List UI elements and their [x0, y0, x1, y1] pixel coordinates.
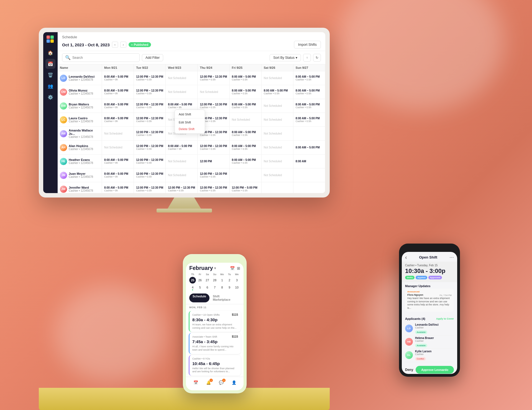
cal-day-27[interactable]: 27	[204, 277, 211, 284]
shift-cell[interactable]: 12:00 PM – 12:30 PMCashier • 0.5h	[134, 127, 166, 140]
cal-day-25[interactable]: 25	[189, 277, 196, 284]
shift-cell[interactable]: 12:00 PM – 12:30 PMCashier • 0.5h	[134, 85, 166, 99]
shift-cell[interactable]: 8:00 AM – 5:00 PMCashier • 9h	[102, 168, 134, 182]
shift-cell[interactable]: 8:00 AM – 5:00 PMCashier • 0.5h	[293, 113, 325, 126]
refresh-icon-button[interactable]: ↻	[313, 54, 321, 62]
next-button[interactable]: ›	[120, 42, 126, 48]
nav-icon-bell[interactable]: 🔔 2	[205, 379, 212, 386]
shift-cell[interactable]: 8:00 AM – 5:00 PMCashier • 9h	[102, 85, 134, 99]
shift-cell[interactable]: 8:00 AM – 5:00 PMCashier • 0.5h	[230, 85, 262, 99]
shift-cell[interactable]: 12:00 PM	[198, 155, 229, 168]
upload-icon-button[interactable]: ↑	[303, 54, 311, 62]
shift-cell[interactable]: Not Scheduled	[262, 141, 293, 154]
shift-cell[interactable]: 8:00 AM – 5:00 PMCashier • 0.5h	[230, 99, 262, 113]
shift-cell[interactable]	[293, 182, 325, 193]
calendar-icon[interactable]: 📅	[230, 266, 235, 270]
shift-cell[interactable]: 12:00 PM – 12:30 PMCashier • 0.5h	[198, 141, 229, 154]
shift-cell[interactable]: Not Scheduled	[262, 168, 293, 182]
sidebar-item-team[interactable]: 👥	[45, 81, 55, 91]
nav-icon-profile[interactable]: 👤	[231, 379, 237, 386]
shift-cell[interactable]: 8:00 AM – 5:00 PMCashier • 0.5h	[230, 141, 262, 154]
cal-day-28[interactable]: 28	[211, 277, 218, 284]
shift-cell[interactable]: Not Scheduled	[166, 71, 198, 85]
cal-day-1[interactable]: 1	[219, 277, 226, 284]
shift-cell[interactable]: 8:00 AM – 5:00 PMCashier • 9h	[102, 99, 134, 113]
context-menu-delete-shift[interactable]: Delete Shift	[175, 126, 205, 132]
cal-day-26[interactable]: 26	[197, 277, 203, 284]
tab-shift-marketplace[interactable]: Shift Marketplace	[209, 293, 240, 302]
shift-cell[interactable]: 12:00 PM – 12:30 PMCashier • 0.5h	[134, 182, 166, 193]
shift-cell[interactable]: Not Scheduled	[262, 127, 293, 140]
shift-cell[interactable]	[262, 182, 293, 193]
cal-day-8[interactable]: 8	[219, 284, 226, 291]
nav-icon-chat[interactable]: 💬 3	[218, 379, 224, 386]
sort-button[interactable]: Sort By Status ▾	[270, 54, 301, 61]
back-icon[interactable]: ‹	[405, 254, 407, 260]
cal-day-5[interactable]: 5	[197, 284, 203, 291]
shift-cell[interactable]: 8:00 AM – 5:00 PMCashier • 0.5h	[293, 99, 325, 113]
shift-cell[interactable]: 12:00 PM – 12:30 PMCashier • 0.5h	[134, 155, 166, 168]
cal-day-9[interactable]: 9	[226, 284, 233, 291]
shift-cell[interactable]: 12:00 PM – 5:00 PMCashier • 0.5h	[230, 182, 262, 193]
shift-cell[interactable]: 12:00 PM – 12:30 PMCashier • 0.5h	[198, 168, 229, 182]
shift-cell[interactable]: 12:00 PM – 12:30 PMCashier • 0.5h	[134, 71, 166, 85]
approve-button[interactable]: Approve Leonardo	[416, 366, 454, 374]
sidebar-item-calendar[interactable]: 📅	[45, 59, 55, 69]
shift-cell[interactable]: Not Scheduled	[102, 141, 134, 154]
shift-cell[interactable]: 8:00 AM – 5:00 PMCashier • 0.5h	[262, 85, 293, 99]
grid-icon[interactable]: ⊞	[237, 266, 240, 270]
shift-cell[interactable]: 8:00 AM – 5:00 PMCashier • 0.5h	[230, 155, 262, 168]
apply-cover-button[interactable]: Apply to Cover	[436, 317, 454, 320]
shift-cell[interactable]: 8:00 AM – 5:00 PM	[293, 141, 325, 154]
cal-day-7[interactable]: 7	[211, 284, 218, 291]
shift-cell[interactable]: 8:00 AM	[293, 155, 325, 168]
shift-cell[interactable]: Not Scheduled	[230, 113, 262, 126]
shift-cell[interactable]: 8:00 AM – 5:00 PMCashier • 9h	[102, 71, 134, 85]
shift-cell[interactable]: 12:00 PM – 12:30 PMCashier • 0.5h	[134, 113, 166, 126]
shift-cell[interactable]: 8:00 AM – 5:00 PMCashier • 0.5h	[230, 71, 262, 85]
sidebar-item-settings[interactable]: ⚙️	[45, 92, 55, 102]
shift-cell[interactable]: 8:00 AM – 5:00 PMCashier • 9h	[102, 155, 134, 168]
import-shifts-button[interactable]: Import Shifts	[294, 41, 321, 49]
shift-cell[interactable]: Not Scheduled	[102, 127, 134, 140]
shift-cell[interactable]: 8:00 AM – 5:00 PMCashier • 9h	[102, 113, 134, 126]
prev-button[interactable]: ‹	[112, 42, 118, 48]
menu-icon[interactable]: ⋯	[449, 255, 454, 260]
shift-cell[interactable]: 12:00 PM – 12:30 PMCashier • 0.5h	[134, 141, 166, 154]
search-input[interactable]	[72, 56, 137, 60]
shift-cell[interactable]: Not Scheduled	[166, 155, 198, 168]
shift-cell[interactable]: 8:00 AM – 5:00 PMCashier • 0.5h	[230, 127, 262, 140]
cal-day-2[interactable]: 2	[226, 277, 233, 284]
shift-cell[interactable]: Not Scheduled	[262, 155, 293, 168]
shift-cell[interactable]: 8:00 AM – 5:00 PMCashier • 0.5h	[293, 85, 325, 99]
shift-cell[interactable]	[293, 168, 325, 182]
shift-cell[interactable]: Not Scheduled	[262, 71, 293, 85]
shift-cell[interactable]	[293, 127, 325, 140]
sidebar-item-trash[interactable]: 🗑️	[45, 70, 55, 80]
shift-cell[interactable]: Not Scheduled	[262, 113, 293, 126]
shift-cell[interactable]: Not Scheduled	[166, 168, 198, 182]
shift-cell[interactable]: 8:00 AM – 5:00 PMCashier • 0.5h	[293, 71, 325, 85]
context-menu-add-shift[interactable]: Add Shift	[175, 111, 205, 118]
shift-cell[interactable]: 12:00 PM – 12:30 PMCashier • 0.5h	[134, 168, 166, 182]
nav-icon-calendar[interactable]: 📅	[192, 379, 199, 386]
shift-cell[interactable]: 12:00 PM – 12:30 PMCashier • 0.5h	[134, 99, 166, 113]
shift-cell[interactable]	[230, 168, 262, 182]
add-filter-button[interactable]: Add Filter	[142, 54, 163, 61]
tab-schedule[interactable]: Schedule	[189, 293, 209, 302]
shift-cell[interactable]: 8:00 AM – 5:00 PMCashier • 9h	[102, 182, 134, 193]
sidebar-item-home[interactable]: 🏠	[45, 48, 55, 58]
cal-day-3[interactable]: 3	[234, 277, 240, 284]
cal-day-4[interactable]: 4	[189, 284, 196, 291]
shift-cell[interactable]: 12:00 PM – 12:30 PMCashier • 0.5h	[166, 182, 198, 193]
cal-day-10[interactable]: 10	[234, 284, 240, 291]
shift-cell[interactable]: 12:00 PM – 12:30 PMCashier • 0.5h	[198, 182, 229, 193]
cal-day-6[interactable]: 6	[204, 284, 211, 291]
shift-cell[interactable]: Not Scheduled	[198, 85, 229, 99]
shift-cell[interactable]: 8:00 AM – 5:00 PMCashier • 9h	[166, 141, 198, 154]
shift-cell[interactable]: Not Scheduled	[166, 85, 198, 99]
context-menu-edit-shift[interactable]: Edit Shift	[175, 119, 205, 126]
shift-cell[interactable]: 12:00 PM – 12:30 PMCashier • 0.5h	[198, 71, 229, 85]
deny-button[interactable]: Deny	[405, 368, 413, 372]
shift-cell[interactable]: Not Scheduled	[262, 99, 293, 113]
